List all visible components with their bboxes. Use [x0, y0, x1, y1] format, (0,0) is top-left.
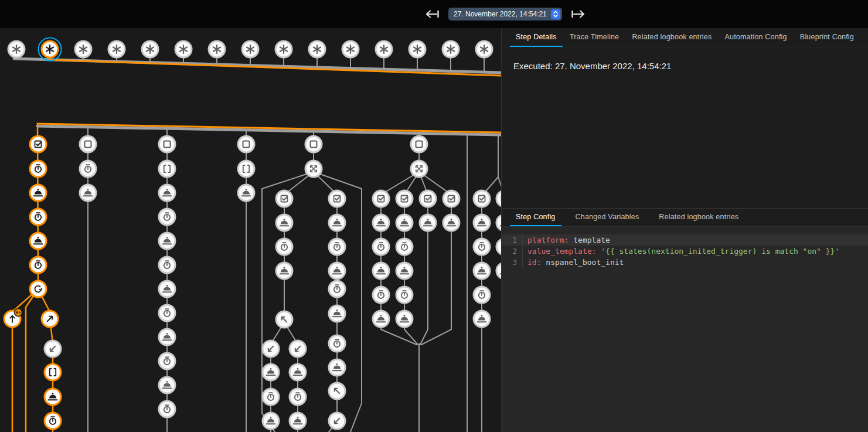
- graph-node-service[interactable]: [396, 311, 413, 327]
- graph-node-square[interactable]: [305, 136, 322, 152]
- graph-node-asterisk[interactable]: [476, 41, 492, 57]
- graph-node-checkbox[interactable]: [474, 191, 490, 207]
- graph-node-asterisk[interactable]: [242, 41, 258, 57]
- yaml-editor[interactable]: 1platform: template2value_template: '{{ …: [502, 227, 868, 432]
- graph-node-asterisk[interactable]: [142, 41, 158, 57]
- previous-trace-button[interactable]: [423, 8, 441, 20]
- graph-node-square[interactable]: [411, 136, 427, 152]
- graph-node-checkbox[interactable]: [30, 136, 46, 152]
- tab-automation-config[interactable]: Automation Config: [719, 28, 792, 47]
- graph-node-service[interactable]: [238, 185, 254, 201]
- graph-node-service[interactable]: [373, 311, 389, 327]
- graph-node-timer[interactable]: [159, 257, 175, 273]
- graph-node-checkbox[interactable]: [443, 191, 459, 207]
- graph-node-service[interactable]: [373, 263, 389, 279]
- graph-node-timer[interactable]: [276, 239, 292, 255]
- graph-node-asterisk[interactable]: [209, 41, 225, 57]
- tab-changed-variables[interactable]: Changed Variables: [570, 209, 645, 226]
- graph-node-asterisk[interactable]: [75, 41, 91, 57]
- graph-node-arrow-up[interactable]: 9+: [4, 309, 22, 328]
- graph-node-service[interactable]: [474, 215, 490, 231]
- graph-node-service[interactable]: [290, 364, 306, 380]
- graph-node-timer[interactable]: [30, 161, 46, 177]
- graph-node-timer[interactable]: [30, 209, 46, 225]
- graph-node-service[interactable]: [373, 215, 389, 231]
- graph-node-timer[interactable]: [396, 239, 413, 255]
- graph-node-timer[interactable]: [30, 257, 46, 273]
- graph-node-service[interactable]: [159, 329, 175, 345]
- graph-node-arrow-down-left[interactable]: [290, 341, 306, 357]
- graph-node-service[interactable]: [276, 263, 292, 279]
- graph-node-timer[interactable]: [474, 239, 490, 255]
- graph-node-timer[interactable]: [329, 335, 345, 352]
- graph-node-service[interactable]: [396, 215, 413, 231]
- graph-node-service[interactable]: [474, 263, 490, 279]
- graph-node-asterisk[interactable]: [39, 38, 62, 61]
- graph-node-square[interactable]: [80, 136, 96, 152]
- graph-node-service[interactable]: [474, 311, 490, 327]
- graph-node-service[interactable]: [159, 377, 175, 393]
- graph-node-service[interactable]: [329, 359, 345, 376]
- graph-node-asterisk[interactable]: [175, 41, 192, 57]
- graph-node-service[interactable]: [276, 215, 292, 231]
- graph-node-timer[interactable]: [373, 239, 389, 255]
- trace-picker-select[interactable]: 27. November 2022, 14:54:21: [448, 8, 562, 21]
- graph-node-timer[interactable]: [159, 353, 175, 369]
- code-line[interactable]: 3id: nspanel_boot_init: [502, 257, 868, 268]
- graph-node-asterisk[interactable]: [442, 41, 459, 57]
- graph-node-brackets[interactable]: [45, 364, 61, 380]
- graph-node-arrow-down-left[interactable]: [263, 341, 279, 357]
- graph-node-brackets[interactable]: [159, 161, 175, 177]
- tab-related-logbook-entries[interactable]: Related logbook entries: [626, 28, 717, 47]
- graph-node-timer[interactable]: [474, 287, 490, 303]
- next-trace-button[interactable]: [570, 8, 587, 20]
- graph-node-repeat[interactable]: [30, 281, 46, 297]
- code-line[interactable]: 1platform: template: [502, 234, 868, 246]
- graph-node-checkbox[interactable]: [373, 191, 389, 207]
- graph-node-asterisk[interactable]: [409, 41, 426, 57]
- tab-step-related-logbook-entries[interactable]: Related logbook entries: [653, 209, 744, 226]
- code-line[interactable]: 2value_template: '{{ states(nextion_init…: [502, 246, 868, 257]
- graph-node-arrow-up-right[interactable]: [42, 311, 58, 327]
- graph-node-service[interactable]: [290, 413, 306, 429]
- graph-node-checkbox[interactable]: [396, 191, 413, 207]
- graph-node-service[interactable]: [263, 413, 279, 429]
- graph-node-service[interactable]: [30, 185, 46, 201]
- graph-node-asterisk[interactable]: [309, 41, 325, 57]
- graph-node-square[interactable]: [159, 136, 175, 152]
- graph-node-service[interactable]: [420, 215, 436, 231]
- graph-node-service[interactable]: [496, 215, 501, 231]
- graph-node-timer[interactable]: [290, 389, 306, 405]
- trace-graph-canvas[interactable]: 9+: [0, 28, 501, 432]
- graph-node-split[interactable]: [411, 161, 427, 177]
- graph-node-service[interactable]: [329, 215, 345, 231]
- graph-node-arrow-down-left[interactable]: [329, 413, 345, 429]
- graph-node-split[interactable]: [305, 161, 322, 177]
- graph-node-square[interactable]: [238, 136, 254, 152]
- tab-step-details[interactable]: Step Details: [510, 28, 563, 47]
- graph-node-checkbox[interactable]: [276, 191, 292, 207]
- graph-node-asterisk[interactable]: [342, 41, 359, 57]
- graph-node-timer[interactable]: [329, 239, 345, 255]
- graph-node-brackets[interactable]: [238, 161, 254, 177]
- graph-node-service[interactable]: [329, 263, 345, 279]
- graph-node-timer[interactable]: [373, 287, 389, 303]
- graph-node-timer[interactable]: [159, 209, 175, 225]
- graph-node-checkbox[interactable]: [329, 191, 345, 207]
- graph-node-service[interactable]: [496, 263, 501, 279]
- graph-node-timer[interactable]: [159, 401, 175, 417]
- graph-node-service[interactable]: [30, 233, 46, 249]
- graph-node-arrow-up-left[interactable]: [276, 311, 292, 328]
- tab-blueprint-config[interactable]: Blueprint Config: [794, 28, 860, 47]
- graph-node-arrow-down-left[interactable]: [45, 341, 61, 357]
- graph-node-service[interactable]: [159, 233, 175, 249]
- graph-node-timer[interactable]: [159, 305, 175, 321]
- graph-node-service[interactable]: [80, 185, 96, 201]
- graph-node-checkbox[interactable]: [496, 191, 501, 207]
- graph-node-timer[interactable]: [263, 389, 279, 405]
- graph-node-timer[interactable]: [496, 239, 501, 255]
- graph-node-timer[interactable]: [396, 287, 413, 303]
- graph-node-arrow-up-left[interactable]: [329, 383, 345, 399]
- graph-node-timer[interactable]: [80, 161, 96, 177]
- graph-node-asterisk[interactable]: [8, 41, 25, 57]
